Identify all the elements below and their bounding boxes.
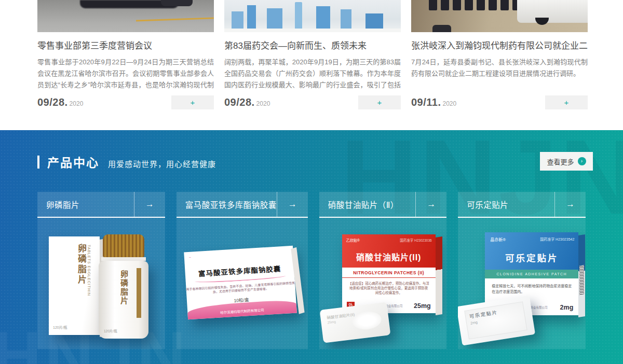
box-brand: 乙欣贴®: [346, 237, 360, 243]
blue-band: 晶亦新® 国药准字 H23023542 可乐定贴片: [485, 232, 578, 270]
road-line: [136, 17, 214, 21]
dose-label: 2mg: [560, 304, 574, 311]
sachet-label: 硝酸甘油贴片(II): [326, 311, 355, 320]
product-card-lecithin: 卵磷脂片 → 卵磷脂片 TABLETS EGGLECITHIN 120片/瓶 卵…: [37, 192, 165, 349]
camera-silhouette: [432, 25, 451, 32]
box-spec: 120片/瓶: [53, 325, 67, 330]
product-card-header[interactable]: 富马酸亚铁多库酯钠胶囊 →: [177, 192, 308, 218]
news-footer: 09/28.2020 +: [224, 95, 401, 109]
product-card-header[interactable]: 卵磷脂片 →: [37, 192, 165, 218]
site-photo-art: [411, 0, 588, 32]
arrow-right-icon[interactable]: →: [277, 192, 308, 217]
box-subtitle: NITROGLYCERIN PATCHES (II): [342, 268, 436, 278]
lecithin-box-art: 卵磷脂片 TABLETS EGGLECITHIN 120片/瓶: [49, 236, 100, 335]
box-subtitle: CLONIDINE ADHESIVE PATCH: [485, 270, 578, 278]
bottle-label-stripe: [137, 268, 141, 318]
patch-sachet-art: 可乐定贴片 2mg: [458, 295, 535, 345]
box-title-vertical: 卵磷脂片: [75, 244, 88, 285]
title-accent-bar: [37, 156, 39, 169]
sachet-dose: 25mg: [327, 320, 336, 325]
bottle-spec: 120片/瓶: [104, 328, 117, 333]
product-image[interactable]: 晶亦新® 国药准字 H23023542 可乐定贴片 CLONIDINE ADHE…: [458, 218, 586, 349]
news-footer: 09/11.2020 +: [411, 95, 588, 109]
news-excerpt: 阔别两载，再聚羊城，2020年9月19日，为期三天的第83届全国药品交易会（广州…: [224, 57, 401, 91]
section-subtitle: 用爱感动世界，用心经营健康: [108, 155, 216, 169]
tower: [295, 2, 302, 29]
product-card-nitroglycerin: 硝酸甘油贴片（Ⅱ） → 乙欣贴® 国药准字 H23023036 硝酸甘油贴片(I…: [319, 192, 447, 349]
news-title[interactable]: 张洪岐深入到瀚钧现代制药有限公司就企业二期工程建设...: [411, 41, 588, 51]
section-title: 产品中心: [47, 153, 99, 171]
box-subtitle-vertical: TABLETS EGGLECITHIN: [87, 245, 91, 296]
van-wheel: [535, 18, 549, 25]
news-item: 第83届药交会—向新而生、质领未来 阔别两载，再聚羊城，2020年9月19日，为…: [224, 0, 401, 109]
box-brand: ~: [188, 256, 191, 259]
building: [232, 11, 244, 29]
box-title: 可乐定贴片: [485, 251, 578, 264]
product-image[interactable]: 卵磷脂片 TABLETS EGGLECITHIN 120片/瓶 卵磷脂片 120…: [37, 218, 165, 349]
news-more-button[interactable]: +: [171, 95, 214, 109]
building: [316, 6, 330, 29]
news-thumbnail-city-skyline[interactable]: [224, 0, 401, 32]
view-more-button[interactable]: 查看更多 ›: [540, 152, 593, 171]
arrow-right-icon[interactable]: →: [134, 192, 165, 217]
product-card-header[interactable]: 硝酸甘油贴片（Ⅱ） →: [319, 192, 447, 218]
nitroglycerin-box-art: 乙欣贴® 国药准字 H23023036 硝酸甘油贴片(II) NITROGLYC…: [342, 234, 436, 313]
dose-label: 25mg: [414, 302, 431, 310]
arrow-right-icon[interactable]: →: [415, 192, 446, 217]
news-excerpt: 7月24日，延寿县委副书记、县长张洪岐深入到瀚钧现代制药有限公司就企业二期工程建…: [411, 57, 588, 91]
news-thumbnail-group-photo[interactable]: [37, 0, 214, 32]
crowd-silhouette: [161, 0, 193, 6]
people-silhouettes: [429, 0, 521, 10]
building: [267, 8, 283, 29]
company-name: 哈尔滨瀚钧现代制药有限公司: [220, 307, 264, 317]
bottle-neck: [101, 257, 146, 261]
product-image[interactable]: ~ 富马酸亚铁多库酯钠胶囊 用于各种原因引起的慢性失血、营养不良、妊娠、儿童发育…: [177, 218, 308, 349]
news-item: 张洪岐深入到瀚钧现代制药有限公司就企业二期工程建设... 7月24日，延寿县委副…: [411, 0, 588, 109]
box-title: 硝酸甘油贴片(II): [342, 250, 436, 263]
news-section: 零售事业部第三季度营销会议 零售事业部于2020年9月22日—9月24日为期三天…: [0, 0, 623, 130]
product-image[interactable]: 乙欣贴® 国药准字 H23023036 硝酸甘油贴片(II) NITROGLYC…: [319, 218, 447, 349]
registration-number: 国药准字 H23023542: [540, 236, 574, 242]
box-side-face: [436, 236, 442, 315]
box-description: 稳定释放七天，可不间断地保持药物血浆浓度稳定在治疗浓度范围内。: [492, 283, 572, 295]
product-name: 可乐定贴片: [458, 192, 554, 217]
sachet-bump: [351, 310, 383, 331]
news-date: 09/28.2020: [224, 96, 270, 108]
news-excerpt: 零售事业部于2020年9月22日—9月24日为期三天营销总结会议在黑龙江省哈尔滨…: [37, 57, 214, 91]
box-description: 用于各种原因引起的慢性失血、营养不良、妊娠、儿童发育期等引起的缺铁性贫血，尤适用…: [186, 281, 295, 296]
news-title[interactable]: 零售事业部第三季度营销会议: [37, 41, 214, 51]
red-band: 乙欣贴® 国药准字 H23023036 硝酸甘油贴片(II): [342, 234, 436, 268]
product-card-ferrous-fumarate: 富马酸亚铁多库酯钠胶囊 → ~ 富马酸亚铁多库酯钠胶囊 用于各种原因引起的慢性失…: [177, 192, 308, 349]
news-more-button[interactable]: +: [545, 95, 588, 109]
box-brand: 晶亦新®: [490, 236, 506, 242]
product-name: 硝酸甘油贴片（Ⅱ）: [319, 192, 416, 217]
news-date: 09/11.2020: [411, 96, 456, 108]
bottle-body: 卵磷脂片 120片/瓶: [99, 261, 148, 339]
product-center-section: HNJN HNJN 产品中心 用爱感动世界，用心经营健康 查看更多 › 卵磷脂片…: [0, 130, 623, 364]
box-description: 【适应症】冠心病药长期治疗，预防心绞痛发作。与洋地黄和/或利尿剂合用治疗慢性心衰…: [348, 281, 429, 295]
view-more-label: 查看更多: [547, 157, 574, 166]
news-thumbnail-site-visit[interactable]: [411, 0, 588, 32]
news-title[interactable]: 第83届药交会—向新而生、质领未来: [224, 41, 401, 51]
news-date: 09/28.2020: [37, 96, 83, 108]
arrow-right-icon[interactable]: →: [554, 192, 586, 217]
road-photo-art: [37, 0, 214, 32]
building: [247, 5, 256, 29]
chevron-right-icon: ›: [578, 157, 586, 165]
waterline: [224, 29, 401, 32]
city-photo-art: [224, 0, 401, 32]
building: [365, 13, 383, 29]
bottle-cap: [103, 234, 144, 257]
product-cards-row: 卵磷脂片 → 卵磷脂片 TABLETS EGGLECITHIN 120片/瓶 卵…: [37, 192, 586, 349]
bottle-label-vertical: 卵磷脂片: [118, 270, 129, 305]
building: [341, 9, 351, 29]
capsule-box-art: ~ 富马酸亚铁多库酯钠胶囊 用于各种原因引起的慢性失血、营养不良、妊娠、儿童发育…: [184, 246, 297, 320]
news-footer: 09/28.2020 +: [37, 95, 214, 109]
news-item: 零售事业部第三季度营销会议 零售事业部于2020年9月22日—9月24日为期三天…: [37, 0, 214, 109]
product-card-clonidine: 可乐定贴片 → 晶亦新® 国药准字 H23023542 可乐定贴片 CLONID…: [458, 192, 586, 349]
product-card-header[interactable]: 可乐定贴片 →: [458, 192, 586, 218]
product-name: 卵磷脂片: [37, 192, 134, 217]
patch-sachet-art: 硝酸甘油贴片(II) 25mg: [319, 302, 390, 343]
news-more-button[interactable]: +: [358, 95, 401, 109]
white-van: [517, 0, 588, 23]
